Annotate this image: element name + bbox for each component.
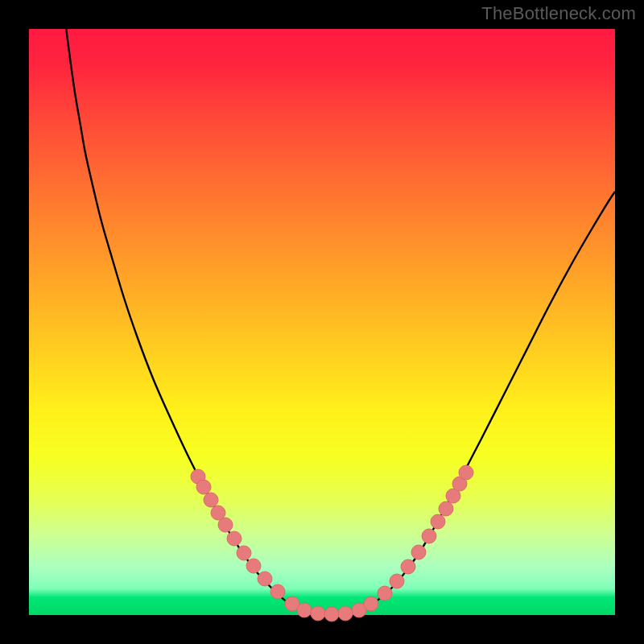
marker-right bbox=[411, 545, 426, 559]
marker-valley bbox=[338, 606, 353, 621]
marker-left bbox=[270, 584, 285, 599]
plot-gradient-background bbox=[29, 29, 615, 615]
marker-right bbox=[431, 514, 445, 529]
marker-left bbox=[204, 493, 218, 507]
marker-valley bbox=[311, 606, 325, 621]
marker-right bbox=[422, 529, 436, 543]
marker-left bbox=[196, 480, 211, 494]
chart-frame: TheBottleneck.com bbox=[0, 0, 644, 644]
marker-right bbox=[459, 465, 473, 480]
marker-right bbox=[401, 559, 415, 574]
marker-left bbox=[227, 531, 242, 546]
watermark-text: TheBottleneck.com bbox=[481, 3, 636, 24]
bottleneck-chart bbox=[0, 0, 644, 644]
marker-valley bbox=[364, 597, 378, 611]
marker-left bbox=[246, 559, 261, 573]
marker-right bbox=[378, 586, 392, 601]
marker-valley bbox=[297, 603, 312, 617]
marker-left bbox=[218, 518, 233, 532]
marker-left bbox=[258, 572, 272, 586]
marker-right bbox=[439, 502, 453, 516]
marker-valley bbox=[324, 607, 339, 621]
marker-right bbox=[390, 574, 404, 588]
marker-left bbox=[237, 546, 251, 560]
